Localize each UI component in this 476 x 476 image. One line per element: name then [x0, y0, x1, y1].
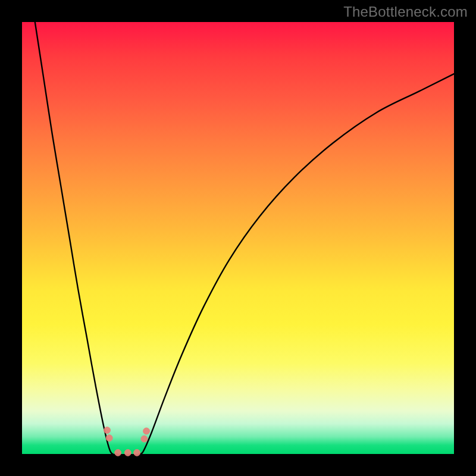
marker-4 [134, 449, 140, 456]
series-left-branch [35, 22, 117, 455]
chart-frame: TheBottleneck.com [0, 0, 476, 476]
chart-svg [22, 22, 454, 454]
marker-1 [106, 435, 112, 441]
series-group [35, 22, 454, 455]
marker-3 [124, 449, 131, 456]
plot-area [22, 22, 454, 454]
watermark-text: TheBottleneck.com [343, 4, 468, 20]
marker-0 [104, 427, 111, 434]
marker-6 [143, 428, 150, 434]
marker-5 [141, 436, 148, 442]
series-right-branch [139, 74, 454, 454]
marker-2 [115, 449, 121, 456]
